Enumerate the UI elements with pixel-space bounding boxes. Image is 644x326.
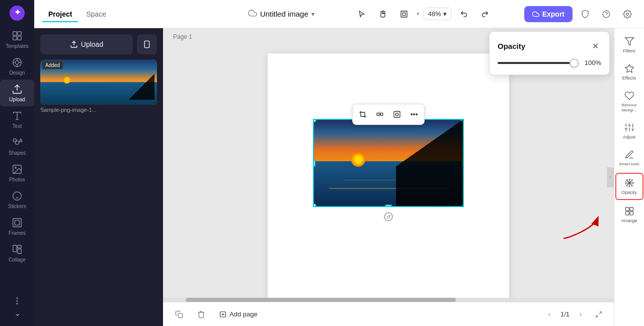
export-icon: [532, 11, 539, 18]
sidebar-item-photos-label: Photos: [9, 177, 25, 182]
added-badge: Added: [42, 61, 63, 69]
page-info: 1/1: [560, 310, 570, 318]
sidebar-item-text[interactable]: Text: [0, 106, 34, 133]
right-panel-arrange[interactable]: Arrange: [615, 202, 643, 227]
document-title[interactable]: Untitled image: [260, 10, 308, 18]
canvas-image-container[interactable]: ↺: [313, 119, 464, 207]
svg-rect-41: [178, 313, 183, 318]
sidebar-item-design[interactable]: Design: [0, 53, 34, 80]
svg-rect-60: [625, 212, 629, 215]
sidebar-item-more[interactable]: ⌄: [0, 291, 34, 322]
svg-rect-39: [394, 111, 400, 117]
mask-tool-btn[interactable]: [389, 106, 405, 122]
right-panel-filters[interactable]: Filters: [615, 32, 643, 57]
pointer-tool-btn[interactable]: [353, 6, 370, 23]
svg-rect-36: [377, 113, 379, 115]
smart-tools-icon: [624, 150, 634, 160]
svg-point-28: [17, 303, 18, 304]
upload-item[interactable]: Added Sample-png-image-1...: [40, 59, 157, 113]
upload-main-btn[interactable]: Upload: [40, 34, 133, 54]
app-logo[interactable]: ✦: [8, 4, 26, 22]
upload-phone-btn[interactable]: [137, 34, 157, 54]
right-panel-remove-bg[interactable]: Remove backgr...: [615, 87, 643, 116]
sidebar-item-upload[interactable]: Upload: [0, 80, 34, 106]
sidebar-item-upload-label: Upload: [9, 97, 25, 102]
next-page-btn[interactable]: ›: [574, 307, 588, 321]
sidebar-item-shapes[interactable]: Shapes: [0, 133, 34, 160]
flip-tool-btn[interactable]: [372, 106, 388, 122]
svg-rect-61: [629, 212, 633, 215]
undo-btn[interactable]: [455, 6, 472, 23]
templates-icon: [12, 30, 23, 41]
delete-page-btn[interactable]: [193, 306, 209, 322]
canvas-scrollbar[interactable]: [163, 298, 614, 302]
tab-space[interactable]: Space: [80, 7, 112, 21]
rotate-handle[interactable]: ↺: [384, 212, 393, 221]
sidebar-item-templates[interactable]: Templates: [0, 26, 34, 53]
add-page-btn[interactable]: Add page: [215, 308, 262, 320]
copy-page-btn[interactable]: [171, 306, 187, 322]
sidebar-item-frames[interactable]: Frames: [0, 213, 34, 240]
sidebar-item-design-label: Design: [9, 70, 25, 76]
frame-chevron-icon[interactable]: ▾: [417, 11, 420, 17]
filters-icon: [624, 36, 634, 46]
left-sidebar: ✦ Templates Design Upload: [0, 0, 34, 326]
frame-tool-btn[interactable]: [395, 6, 413, 23]
collapse-panel-btn[interactable]: ‹: [607, 167, 614, 187]
page-label: Page 1: [173, 33, 192, 40]
right-panel-smart-tools[interactable]: Smart tools: [615, 146, 643, 171]
sidebar-item-collage[interactable]: Collage: [0, 240, 34, 267]
svg-rect-3: [18, 32, 21, 35]
svg-line-46: [596, 315, 598, 317]
phone-icon: [143, 40, 151, 48]
sidebar-item-collage-label: Collage: [9, 257, 26, 263]
export-btn[interactable]: Export: [524, 6, 573, 22]
adjust-icon: [624, 122, 634, 133]
right-panel-adjust[interactable]: Adjust: [615, 118, 643, 144]
tab-project[interactable]: Project: [42, 7, 78, 21]
svg-point-20: [13, 192, 22, 201]
top-bar-center: ▾ 48% ▾: [327, 6, 520, 23]
design-icon: [12, 57, 23, 68]
svg-rect-22: [15, 220, 19, 225]
sidebar-item-photos[interactable]: Photos: [0, 160, 34, 186]
redo-btn[interactable]: [476, 6, 494, 23]
settings-btn[interactable]: [619, 6, 636, 23]
right-panel-opacity[interactable]: Opacity: [615, 173, 643, 200]
sidebar-item-frames-label: Frames: [9, 230, 26, 236]
svg-rect-23: [13, 245, 17, 252]
svg-rect-58: [625, 207, 629, 211]
handle-bottom-left[interactable]: [313, 204, 316, 207]
opacity-close-btn[interactable]: ✕: [589, 40, 601, 52]
hand-tool-btn[interactable]: [374, 6, 391, 23]
arrange-label: Arrange: [621, 218, 637, 223]
svg-point-27: [17, 298, 18, 299]
fullscreen-btn[interactable]: [592, 307, 606, 321]
svg-point-7: [15, 60, 19, 64]
svg-marker-47: [625, 38, 633, 45]
prev-page-btn[interactable]: ‹: [542, 307, 556, 321]
svg-text:✦: ✦: [14, 8, 21, 17]
sidebar-item-stickers-label: Stickers: [8, 204, 26, 209]
svg-rect-25: [18, 249, 21, 253]
upload-btn-label: Upload: [81, 40, 103, 48]
help-btn[interactable]: [598, 6, 615, 23]
copy-icon: [175, 310, 183, 318]
opacity-slider[interactable]: [498, 62, 578, 64]
opacity-slider-thumb[interactable]: [570, 58, 579, 68]
more-tool-btn[interactable]: •••: [406, 106, 422, 122]
shield-icon: [581, 10, 590, 19]
svg-point-19: [15, 167, 16, 168]
zoom-control[interactable]: 48% ▾: [424, 8, 451, 20]
palm-overlay: [396, 120, 463, 206]
handle-bottom-middle[interactable]: [385, 205, 392, 207]
handle-middle-left[interactable]: [313, 160, 315, 167]
title-dropdown-icon[interactable]: ▾: [311, 11, 314, 18]
sidebar-item-stickers[interactable]: Stickers: [0, 186, 34, 213]
right-panel-effects[interactable]: Effects: [615, 59, 643, 85]
opacity-slider-row: 100%: [498, 59, 601, 67]
shield-btn[interactable]: [577, 6, 594, 23]
help-icon: [602, 10, 611, 19]
crop-tool-btn[interactable]: [355, 106, 371, 122]
top-bar: Project Space Untitled image ▾: [34, 0, 644, 28]
